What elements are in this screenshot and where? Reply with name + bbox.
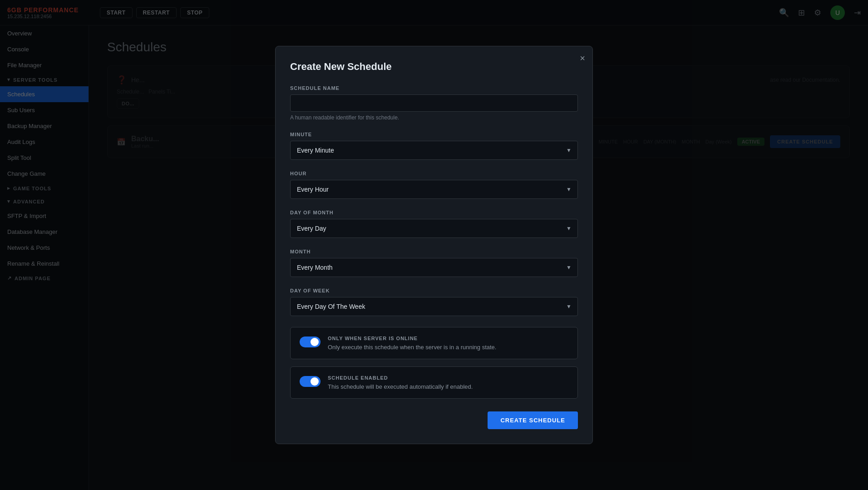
day-of-month-select-wrapper: Every Day 1 2 3 15 28 ▼ — [290, 219, 578, 238]
modal-footer: CREATE SCHEDULE — [290, 411, 578, 429]
only-when-online-info: ONLY WHEN SERVER IS ONLINE Only execute … — [328, 336, 568, 351]
schedule-name-hint: A human readable identifier for this sch… — [290, 114, 578, 121]
modal-close-button[interactable]: × — [580, 54, 585, 63]
month-group: MONTH Every Month January February March… — [290, 249, 578, 277]
only-when-online-title: ONLY WHEN SERVER IS ONLINE — [328, 336, 568, 341]
create-schedule-modal: Create New Schedule × SCHEDULE NAME A hu… — [275, 46, 593, 444]
month-label: MONTH — [290, 249, 578, 254]
hour-select-wrapper: Every Hour 0 1 2 6 12 ▼ — [290, 180, 578, 199]
month-select[interactable]: Every Month January February March June … — [290, 258, 578, 277]
hour-select[interactable]: Every Hour 0 1 2 6 12 — [290, 180, 578, 199]
minute-label: MINUTE — [290, 132, 578, 137]
hour-label: HOUR — [290, 171, 578, 176]
minute-select[interactable]: Every Minute 0 5 10 15 30 — [290, 141, 578, 160]
day-of-week-label: DAY OF WEEK — [290, 288, 578, 293]
modal-title: Create New Schedule — [290, 61, 578, 73]
modal-overlay[interactable]: Create New Schedule × SCHEDULE NAME A hu… — [0, 0, 868, 490]
schedule-name-group: SCHEDULE NAME A human readable identifie… — [290, 85, 578, 121]
schedule-enabled-toggle[interactable] — [300, 376, 321, 387]
hour-group: HOUR Every Hour 0 1 2 6 12 ▼ — [290, 171, 578, 199]
only-when-online-toggle[interactable] — [300, 337, 321, 347]
only-when-online-description: Only execute this schedule when the serv… — [328, 344, 568, 351]
month-select-wrapper: Every Month January February March June … — [290, 258, 578, 277]
day-of-week-group: DAY OF WEEK Every Day Of The Week Monday… — [290, 288, 578, 316]
minute-group: MINUTE Every Minute 0 5 10 15 30 ▼ — [290, 132, 578, 160]
only-when-online-slider — [300, 337, 321, 347]
schedule-enabled-title: SCHEDULE ENABLED — [328, 375, 568, 381]
day-of-week-select-wrapper: Every Day Of The Week Monday Tuesday Wed… — [290, 297, 578, 316]
schedule-enabled-card: SCHEDULE ENABLED This schedule will be e… — [290, 366, 578, 399]
day-of-month-select[interactable]: Every Day 1 2 3 15 28 — [290, 219, 578, 238]
schedule-name-label: SCHEDULE NAME — [290, 85, 578, 91]
minute-select-wrapper: Every Minute 0 5 10 15 30 ▼ — [290, 141, 578, 160]
create-schedule-button[interactable]: CREATE SCHEDULE — [488, 411, 578, 429]
day-of-month-label: DAY OF MONTH — [290, 210, 578, 215]
schedule-enabled-description: This schedule will be executed automatic… — [328, 383, 568, 390]
day-of-week-select[interactable]: Every Day Of The Week Monday Tuesday Wed… — [290, 297, 578, 316]
schedule-enabled-slider — [300, 376, 321, 387]
schedule-enabled-info: SCHEDULE ENABLED This schedule will be e… — [328, 375, 568, 390]
only-when-online-card: ONLY WHEN SERVER IS ONLINE Only execute … — [290, 327, 578, 359]
schedule-name-input[interactable] — [290, 94, 578, 112]
day-of-month-group: DAY OF MONTH Every Day 1 2 3 15 28 ▼ — [290, 210, 578, 238]
